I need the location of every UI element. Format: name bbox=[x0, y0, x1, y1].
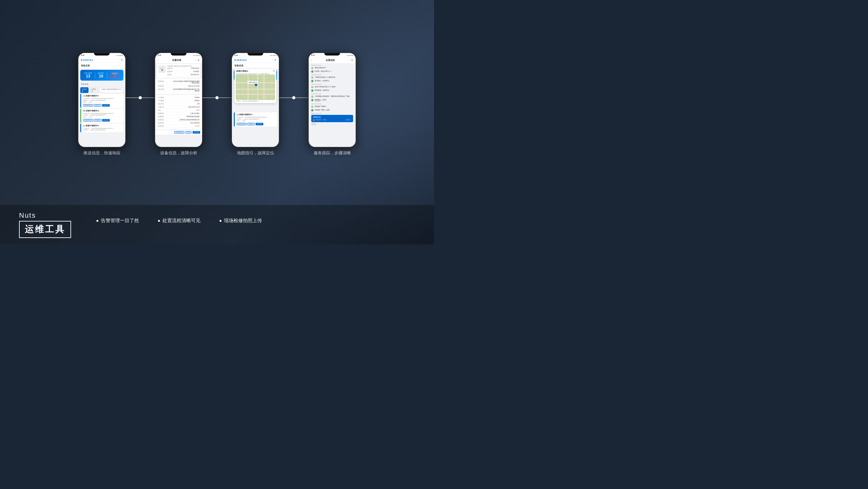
phone-4-title-3b: 派遣检修（运维单位） bbox=[315, 89, 353, 91]
phone-2-action-1[interactable]: 检查相邻设备 bbox=[174, 131, 184, 133]
phone-4-step-5a: 现地/返厂维修中 bbox=[311, 105, 353, 108]
phone-4-step-2a: 了解情况并确认上门服务时间 bbox=[311, 76, 353, 79]
phone-4-content-5a: 现地/返厂维修中 bbox=[315, 105, 353, 107]
phone-1-tab-alert[interactable]: 告警设备 bbox=[90, 87, 98, 93]
phone-3-signal: ▲▲ WiFi ■ bbox=[270, 55, 276, 56]
phone-1-alert-1: L2 射频中继模件07 千设备位置：上海市浦东新区虹桥山南路1066弄222号马… bbox=[80, 94, 123, 108]
phone-4-date-2: 2021-07-13 11:32 bbox=[311, 74, 353, 75]
phone-3-alert-title: L2 射频中继模件07 bbox=[237, 114, 275, 116]
phone-4-frame: 9:41 ▲▲ WiFi ■ ‹ 处置流程 ··· ⊕ 2021-07-13 1… bbox=[308, 52, 356, 148]
road-v1 bbox=[247, 74, 249, 100]
connector-3 bbox=[279, 96, 308, 99]
phone-1-wrapper: 9:41 ▲▲ WiFi ■ EVERTAC ··· ⊕ 设备总览 总单位数量 … bbox=[78, 52, 126, 156]
phone-2-location-key: 设备位置 bbox=[158, 89, 172, 90]
phone-4-date-5: 2021-07-14 09:21 bbox=[311, 103, 353, 105]
phone-4-active-sub-row: 维修申报（工程师） 上海晴天工 bbox=[313, 119, 351, 121]
phone-3-map-title: 1射频中继器09 bbox=[236, 70, 275, 72]
phone-3-map-close[interactable]: ✕ bbox=[273, 69, 275, 72]
phone-1-stats-card: 总单位数量 13 设备单位 10 告警单位 3 bbox=[80, 70, 123, 81]
phone-4-dot-2a bbox=[311, 77, 313, 79]
phone-1-device-select[interactable]: 上海虹口物业管理有限公司 ▼ bbox=[99, 87, 123, 93]
phone-1-alert-3: L2 射频中继模件07 千设备位置：上海市浦东新区虹桥山南路1066弄222号马… bbox=[80, 123, 123, 132]
phone-4-title-1b: 已联系（物业运维工人） bbox=[315, 70, 353, 72]
phone-3-screen: 9:41 ▲▲ WiFi ■ EVERTAC ··· ⊕ 设备总览 总单位数量 … bbox=[232, 53, 279, 147]
phone-3-frame: 9:41 ▲▲ WiFi ■ EVERTAC ··· ⊕ 设备总览 总单位数量 … bbox=[231, 52, 279, 148]
phone-2-signal: ▲▲ WiFi ■ bbox=[193, 55, 199, 56]
phone-2-back-btn[interactable]: ‹ bbox=[158, 59, 159, 62]
phone-1-screen-title: 设备总览 bbox=[79, 63, 125, 68]
phone-4-step-4b: 故障确认（运维） 设备服务中 bbox=[311, 99, 353, 102]
phone-4-date-active: 2021-07-13 15:31 bbox=[311, 113, 353, 114]
phone-2-detail-mn: 设备MN SL05300 bbox=[167, 70, 199, 73]
phone-1-alert-1-tags: 检查相邻设备 查看备信 前往详情 bbox=[83, 104, 122, 106]
connector-1 bbox=[126, 96, 155, 99]
phone-4-time: 9:41 bbox=[311, 54, 315, 56]
phone-3-logo: EVERTAC bbox=[235, 59, 247, 61]
connector-3-dot bbox=[292, 96, 296, 99]
phone-3-map-overlay: ✕ 1射频中继器09 上海市浦东新区虹桥山南路1066弄222号乙 L2射频中继… bbox=[235, 69, 276, 103]
phone-2-device-info: 设备类型 智能光纤分线直放站-型号 设备SN 4785JA0518 设备MN S… bbox=[167, 65, 199, 77]
phones-section: 9:41 ▲▲ WiFi ■ EVERTAC ··· ⊕ 设备总览 总单位数量 … bbox=[0, 0, 434, 205]
map-location-label: 1射频中继器09 bbox=[247, 81, 258, 84]
connector-2-line2 bbox=[219, 97, 231, 98]
phone-1-screen: 9:41 ▲▲ WiFi ■ EVERTAC ··· ⊕ 设备总览 总单位数量 … bbox=[79, 53, 125, 147]
feature-3-text: 现场检修拍照上传 bbox=[224, 218, 262, 224]
brand-nuts: Nuts bbox=[19, 211, 71, 220]
phone-4-back-header: ‹ 处置流程 ··· ⊕ bbox=[309, 57, 355, 63]
phone-2-param-online-key: 上线时间 bbox=[158, 106, 172, 108]
phone-4-dot-5b bbox=[311, 109, 313, 112]
phone-1-tag-2[interactable]: 查看备信 bbox=[94, 104, 101, 106]
phone-4-title-1a: 通知运维单位中 bbox=[315, 67, 353, 68]
phone-2-param-sys: 所属系统 400M无线对讲系统 bbox=[158, 115, 199, 118]
phone-2-actions: 检查相邻设备 不备信 前往详情 bbox=[155, 130, 202, 134]
phone-4-dot-3b bbox=[311, 90, 313, 92]
phone-4-content-4a: 工程师确认找到故障，判断初步处理或远近厂维修 bbox=[315, 95, 353, 97]
phone-1-tag-btn2[interactable]: 前往详情 bbox=[102, 119, 110, 122]
phone-2-val-sn: 4785JA0518 bbox=[178, 68, 199, 69]
phone-4-active-title: 维修完成 bbox=[313, 116, 351, 118]
phone-3-app-header: EVERTAC ··· ⊕ bbox=[232, 57, 279, 63]
phone-4-caption: 服务跟踪，步骤清晰 bbox=[314, 150, 351, 156]
phone-2-header-icons: ··· ⊕ bbox=[195, 59, 199, 62]
phone-1-tab-normal[interactable]: 正常设备 bbox=[80, 87, 89, 93]
phone-4-title-3a: 派遣工程师前往客户上门检测 bbox=[315, 86, 353, 88]
phone-4-step-1a: 通知运维单位中 bbox=[311, 67, 353, 69]
phone-4-header-icons: ··· ⊕ bbox=[349, 59, 353, 62]
phone-2-action-btn[interactable]: 前往详情 bbox=[193, 131, 200, 133]
phone-2-detail-sn: 设备SN 4785JA0518 bbox=[167, 67, 199, 70]
phone-2-param-status: 状态 高告 bbox=[158, 109, 199, 112]
phone-3-tag-btn[interactable]: 前往详情 bbox=[256, 123, 263, 125]
connector-1-line2 bbox=[142, 97, 155, 98]
phone-1-info-label: 设备信息 bbox=[79, 82, 125, 87]
road-v3 bbox=[263, 74, 265, 100]
phone-4-date-1: 2021-07-13 10:45 bbox=[311, 64, 353, 66]
phone-3-tag-2[interactable]: 查看备信 bbox=[247, 123, 255, 125]
phone-1-tag-btn[interactable]: 前往详情 bbox=[102, 104, 110, 106]
phone-2-val-mn: SL05300 bbox=[178, 71, 199, 72]
phone-4-dot-3a bbox=[311, 86, 313, 88]
phone-3-map-bottom-addr: 公里数从：上海市虹口物业管理有限公司 bbox=[236, 100, 275, 102]
phone-4-step-2b: 电话确认（运维单位） bbox=[311, 80, 353, 82]
phone-2-param-disp: 处置状态 待处理 bbox=[158, 125, 199, 128]
phone-2-action-2[interactable]: 不备信 bbox=[185, 131, 192, 133]
phone-3-alert-item: L2 射频中继模件07 千设备位置：上海市浦东新区虹桥山南路1066弄222号马… bbox=[234, 112, 277, 127]
phone-1-signal: ▲▲ WiFi ■ bbox=[116, 55, 123, 56]
phone-2-param-1: 下行频率 167MHz bbox=[158, 99, 199, 102]
phone-2-param-2-key: 发射功率 bbox=[158, 103, 172, 105]
phone-2-param-status-key: 状态 bbox=[158, 110, 172, 111]
phone-4-dot-4b bbox=[311, 99, 313, 101]
connector-2 bbox=[203, 96, 231, 99]
feature-2-bullet bbox=[158, 220, 160, 222]
phone-3-tag-1[interactable]: 检查相邻设备 bbox=[237, 123, 247, 125]
phone-1-tag-4[interactable]: 查看备信 bbox=[94, 119, 101, 122]
phone-2-location-val: 上海市智慧数字400号通道虹桥作区 2号楼02层 bbox=[172, 89, 199, 92]
phone-1-tag-3[interactable]: 检查相邻设备 bbox=[83, 119, 93, 122]
phone-4-active-sub: 维修申报（工程师） bbox=[316, 119, 328, 121]
phone-4-step-3b: 派遣检修（运维单位） bbox=[311, 89, 353, 92]
phone-2-param-tel-key: 联系电话 bbox=[158, 122, 172, 124]
phone-4-back-btn[interactable]: ‹ bbox=[311, 59, 312, 62]
phone-4-title-2b: 电话确认（运维单位） bbox=[315, 80, 353, 82]
phone-2-param-tel-val: 021-31532796 bbox=[172, 122, 199, 124]
phone-1-tag-1[interactable]: 检查相邻设备 bbox=[83, 104, 93, 106]
phone-4-content-3b: 派遣检修（运维单位） bbox=[315, 89, 353, 91]
